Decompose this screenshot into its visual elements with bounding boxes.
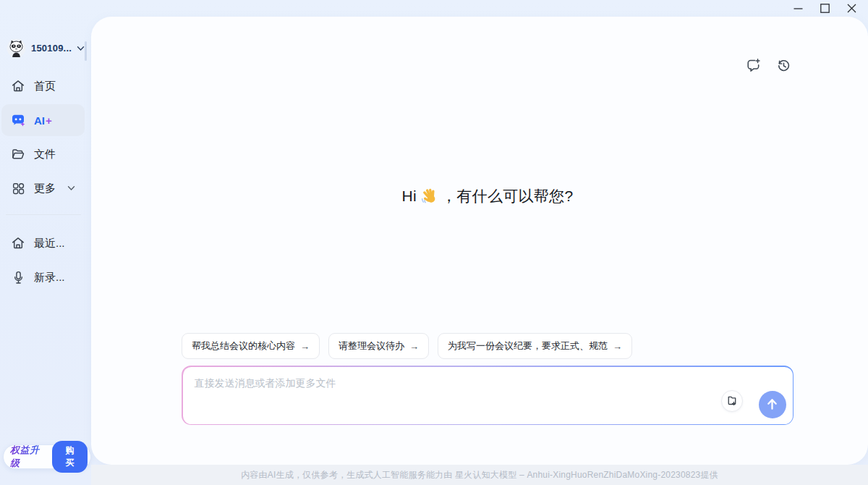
close-button[interactable] (838, 0, 865, 17)
composer (182, 366, 793, 425)
upgrade-label: 权益升级 (10, 444, 48, 470)
sidebar-item-files[interactable]: 文件 (1, 138, 85, 170)
arrow-right-icon: → (613, 341, 622, 352)
footer: 内容由AI生成，仅供参考，生成式人工智能服务能力由 星火认知大模型 – Anhu… (91, 465, 868, 485)
greeting-hi: Hi (402, 187, 417, 205)
suggestion-chip-minutes[interactable]: 为我写一份会议纪要，要求正式、规范 → (438, 333, 632, 359)
suggestion-chip-summarize[interactable]: 帮我总结会议的核心内容 → (182, 333, 320, 359)
sidebar-item-new-recording[interactable]: 新录... (1, 261, 85, 293)
chevron-down-icon (67, 185, 75, 191)
sidebar-item-label: 最近... (34, 237, 65, 250)
history-icon (775, 57, 792, 74)
suggestion-chip-todos[interactable]: 请整理会议待办 → (328, 333, 429, 359)
upgrade-banner[interactable]: 权益升级 购买 (3, 444, 91, 469)
waving-hand-icon (420, 187, 438, 205)
minimize-icon (793, 3, 804, 14)
maximize-icon (820, 3, 830, 14)
sidebar-item-recent[interactable]: 最近... (1, 227, 85, 259)
ai-robot-icon (9, 111, 27, 129)
sidebar-item-more[interactable]: 更多 (1, 172, 85, 204)
sidebar-secondary-nav: 最近... 新录... (1, 227, 85, 295)
suggestion-chips: 帮我总结会议的核心内容 → 请整理会议待办 → 为我写一份会议纪要，要求正式、规… (182, 333, 632, 359)
arrow-up-icon (765, 397, 779, 411)
sidebar-nav: 首页 AI+ 文件 (1, 70, 85, 206)
window-controls (785, 0, 865, 17)
ai-plus-suffix: + (46, 114, 52, 127)
greeting-text: ，有什么可以帮您? (441, 186, 573, 206)
composer-inner (183, 367, 793, 424)
sidebar-item-label: AI (34, 114, 45, 127)
add-file-button[interactable] (721, 390, 743, 412)
message-input[interactable] (183, 367, 689, 424)
main-content: Hi ，有什么可以帮您? 帮我总结会议的 (91, 17, 868, 465)
greeting: Hi ，有什么可以帮您? (182, 186, 793, 206)
new-chat-button[interactable] (744, 56, 762, 74)
sidebar-divider (6, 214, 81, 215)
sidebar-item-label: 首页 (34, 80, 56, 93)
sidebar-scrollbar[interactable] (85, 41, 87, 61)
sidebar-item-label: 更多 (34, 182, 56, 195)
sidebar-item-label: 文件 (34, 148, 56, 161)
minimize-button[interactable] (785, 0, 812, 17)
sidebar-item-ai[interactable]: AI+ (1, 104, 85, 136)
grid-icon (9, 180, 27, 197)
sidebar-item-label: 新录... (34, 271, 65, 284)
home-icon (9, 235, 27, 252)
add-file-icon (726, 395, 738, 407)
sidebar-item-home[interactable]: 首页 (1, 70, 85, 102)
home-icon (9, 77, 27, 95)
microphone-icon (9, 269, 27, 286)
arrow-right-icon: → (300, 341, 310, 352)
chip-label: 帮我总结会议的核心内容 (192, 340, 295, 353)
folder-icon (9, 146, 27, 163)
cat-avatar (7, 38, 26, 58)
ai-disclaimer: 内容由AI生成，仅供参考，生成式人工智能服务能力由 星火认知大模型 – Anhu… (241, 469, 718, 481)
chevron-down-icon (77, 46, 85, 51)
chip-label: 请整理会议待办 (339, 340, 404, 353)
new-chat-icon (745, 57, 762, 74)
send-button[interactable] (759, 391, 786, 418)
close-icon (846, 3, 857, 14)
buy-button[interactable]: 购买 (52, 441, 88, 473)
user-account[interactable]: 150109... (7, 38, 85, 58)
chip-label: 为我写一份会议纪要，要求正式、规范 (448, 340, 608, 353)
user-id: 150109... (31, 43, 72, 54)
history-button[interactable] (775, 56, 792, 74)
maximize-button[interactable] (812, 0, 838, 17)
arrow-right-icon: → (409, 341, 419, 352)
sidebar: 150109... 首页 AI+ (0, 0, 91, 485)
